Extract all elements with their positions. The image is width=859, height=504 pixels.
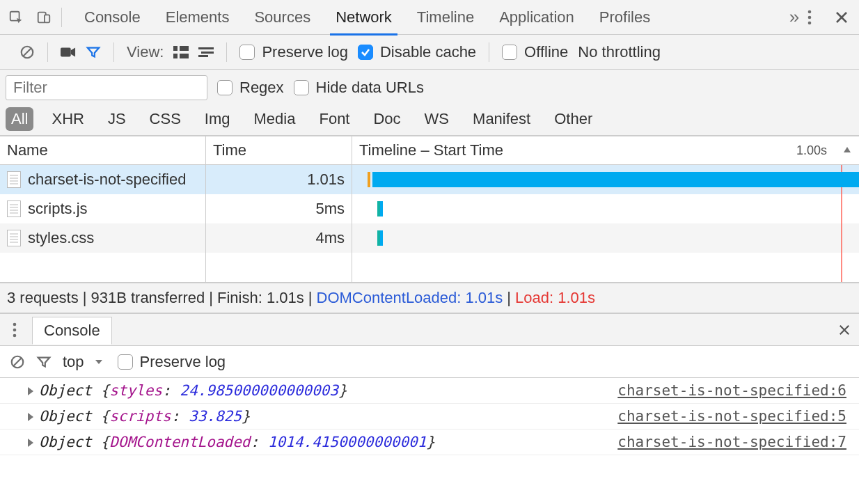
tab-network[interactable]: Network [323,0,404,35]
context-label: top [63,353,84,371]
pill-media[interactable]: Media [249,107,301,131]
svg-rect-11 [180,54,189,58]
row-name: styles.css [28,229,94,247]
grid-summary: 3 requests | 931B transferred | Finish: … [0,283,859,313]
drawer-kebab-icon[interactable] [7,322,22,338]
col-timeline[interactable]: Timeline – Start Time 1.00s [352,136,859,164]
disable-cache-toggle[interactable]: Disable cache [358,43,476,61]
svg-point-17 [13,333,17,337]
pill-all[interactable]: All [6,107,33,131]
regex-toggle[interactable]: Regex [217,79,284,97]
kebab-menu-icon[interactable] [802,10,817,25]
pill-font[interactable]: Font [313,107,355,131]
regex-label: Regex [239,79,284,97]
row-time: 1.01s [205,165,352,194]
svg-rect-8 [173,46,178,51]
table-row[interactable]: scripts.js5ms [0,194,859,223]
console-source-link[interactable]: charset-is-not-specified:7 [617,434,846,450]
separator [61,8,62,27]
filter-input[interactable] [6,75,207,100]
console-output: Object {styles: 24.985000000000003}chars… [0,378,859,455]
svg-rect-9 [180,46,189,51]
svg-point-5 [808,21,812,24]
network-grid: Name Time Timeline – Start Time 1.00s ch… [0,136,859,283]
console-source-link[interactable]: charset-is-not-specified:6 [617,382,846,399]
device-toggle-icon[interactable] [36,10,52,25]
preserve-log-toggle[interactable]: Preserve log [239,43,348,61]
console-source-link[interactable]: charset-is-not-specified:5 [617,408,846,425]
console-row[interactable]: Object {DOMContentLoaded: 1014.415000000… [0,430,859,455]
offline-toggle[interactable]: Offline [502,43,568,61]
tab-profiles[interactable]: Profiles [587,0,663,35]
svg-point-4 [808,15,812,19]
separator [47,42,48,62]
document-icon [7,200,21,217]
network-filterbar: Regex Hide data URLs AllXHRJSCSSImgMedia… [0,70,859,136]
throttling-select[interactable]: No throttling [578,43,661,61]
preserve-log-label: Preserve log [262,43,348,61]
pill-css[interactable]: CSS [144,107,187,131]
devtools-tabstrip: ConsoleElementsSourcesNetworkTimelineApp… [0,0,859,35]
separator [226,42,227,62]
table-row[interactable]: charset-is-not-specified1.01s [0,165,859,194]
pill-js[interactable]: JS [102,107,132,131]
close-icon[interactable] [834,10,849,25]
summary-requests: 3 requests [7,289,79,307]
view-small-icon[interactable] [198,45,214,60]
grid-header: Name Time Timeline – Start Time 1.00s [0,136,859,165]
camera-icon[interactable] [61,45,76,60]
row-time: 4ms [205,223,352,253]
console-preserve-log-label: Preserve log [140,353,226,371]
drawer-close-icon[interactable] [837,322,852,338]
console-row[interactable]: Object {scripts: 33.825}charset-is-not-s… [0,404,859,430]
svg-point-3 [808,10,812,13]
console-row[interactable]: Object {styles: 24.985000000000003}chars… [0,378,859,404]
view-large-icon[interactable] [173,45,189,60]
tab-console[interactable]: Console [72,0,153,35]
pill-img[interactable]: Img [199,107,236,131]
hide-data-urls-label: Hide data URLs [316,79,424,97]
hide-data-urls-toggle[interactable]: Hide data URLs [294,79,424,97]
console-filter-icon[interactable] [36,354,52,370]
tab-sources[interactable]: Sources [242,0,323,35]
summary-load: Load: 1.01s [515,289,595,307]
pill-xhr[interactable]: XHR [46,107,89,131]
row-name: charset-is-not-specified [28,171,186,189]
col-name[interactable]: Name [0,136,205,164]
tab-timeline[interactable]: Timeline [404,0,487,35]
type-filter-pills: AllXHRJSCSSImgMediaFontDocWSManifestOthe… [6,107,853,131]
row-timeline [352,165,859,194]
document-icon [7,230,21,246]
pill-other[interactable]: Other [549,107,598,131]
console-preserve-log-toggle[interactable]: Preserve log [118,353,226,371]
filter-icon[interactable] [86,45,101,60]
table-row[interactable]: styles.css4ms [0,223,859,253]
svg-rect-14 [198,55,208,57]
row-time: 5ms [205,194,352,223]
summary-dcl: DOMContentLoaded: 1.01s [317,289,503,307]
document-icon [7,171,21,188]
offline-label: Offline [524,43,568,61]
clear-icon[interactable] [19,45,35,60]
col-timeline-label: Timeline – Start Time [359,141,503,159]
pill-ws[interactable]: WS [419,107,455,131]
tab-application[interactable]: Application [487,0,587,35]
pill-manifest[interactable]: Manifest [467,107,536,131]
disclosure-icon [28,387,33,395]
col-time[interactable]: Time [205,136,352,164]
console-clear-icon[interactable] [10,354,25,370]
inspect-icon[interactable] [8,10,24,25]
svg-rect-7 [61,47,71,56]
separator [489,42,489,62]
console-toolbar: top Preserve log [0,346,859,378]
network-toolbar: View: Preserve log Disable cache Offline… [0,35,859,70]
drawer-tab-console[interactable]: Console [32,317,112,345]
tab-elements[interactable]: Elements [153,0,242,35]
more-tabs-icon[interactable]: » [787,10,802,25]
pill-doc[interactable]: Doc [368,107,406,131]
context-select[interactable]: top [63,353,107,371]
timeline-tick: 1.00s [796,143,827,158]
chevron-down-icon [91,354,107,370]
separator [113,42,114,62]
disable-cache-label: Disable cache [380,43,476,61]
